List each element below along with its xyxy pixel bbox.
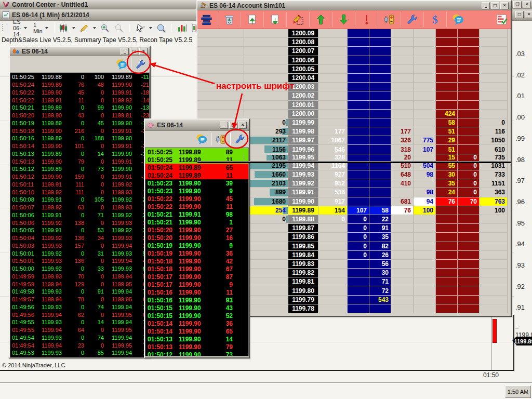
dom-cell-sz[interactable] (318, 101, 348, 110)
dom-cell-sz[interactable] (318, 38, 348, 47)
dom-cell-y1[interactable] (436, 304, 458, 313)
dom-cell-bl[interactable] (414, 215, 436, 224)
dom-cell-b1[interactable]: 0 (348, 242, 369, 251)
dom-cell-tot[interactable] (480, 260, 508, 269)
dom-cell-rd[interactable] (391, 269, 414, 277)
dom-cell-sz[interactable] (318, 83, 348, 91)
dom-cell-p[interactable]: 1199.82 (288, 269, 318, 277)
dom-cell-bl[interactable] (414, 101, 436, 110)
dom-cell-y2[interactable] (458, 224, 480, 233)
dom-cell-b1[interactable] (348, 110, 369, 118)
dom-cell-p[interactable]: 1199.97 (288, 136, 318, 145)
dom-cell-cum[interactable] (244, 110, 288, 118)
dom-cell-sz[interactable]: 1067 (318, 136, 348, 145)
dom-cell-p[interactable]: 1199.81 (288, 277, 318, 286)
dom-cell-bl[interactable] (414, 65, 436, 74)
dom-cell-b1[interactable] (348, 197, 369, 206)
dom-cell-sz[interactable] (318, 91, 348, 100)
dom-cell-cum[interactable] (244, 296, 288, 304)
dom-cell-y2[interactable] (458, 269, 480, 277)
dom-cell-y1[interactable]: 35 (436, 179, 458, 188)
dom-cell-sz[interactable] (318, 74, 348, 83)
dom-cell-sz[interactable] (318, 286, 348, 295)
dom-cell-sz[interactable] (318, 118, 348, 127)
dom-cell-b2[interactable]: 56 (369, 260, 391, 269)
dom-cell-y2[interactable] (458, 215, 480, 224)
dom-cell-p[interactable]: 1199.99 (288, 118, 318, 127)
dom-titlebar[interactable]: ES 06-14 Account Sim101 _ □ ✕ (197, 1, 511, 10)
dom-cell-cum[interactable] (244, 304, 288, 313)
dom-cell-b2[interactable]: 91 (369, 224, 391, 233)
dom-cell-y1[interactable] (436, 286, 458, 295)
dom-cell-cum[interactable]: 293 (244, 127, 288, 136)
dom-cell-m[interactable] (197, 110, 244, 118)
zoom-blue-icon[interactable] (156, 23, 166, 33)
dom-cell-m[interactable] (197, 38, 244, 47)
dom-cell-p[interactable]: 1199.80 (288, 286, 318, 295)
dom-cell-cum[interactable] (244, 277, 288, 286)
dom-cell-y2[interactable] (458, 118, 480, 127)
maximize-button[interactable]: □ (229, 122, 237, 129)
dom-cell-b1[interactable] (348, 269, 369, 277)
dom-cell-y1[interactable] (436, 83, 458, 91)
dom-cell-b1[interactable] (348, 286, 369, 295)
dom-cell-bl[interactable] (414, 38, 436, 47)
dom-cell-y1[interactable] (436, 101, 458, 110)
time-sales-titlebar[interactable]: ES 06-14 _ □ ✕ (10, 47, 150, 56)
dom-cell-b1[interactable] (348, 145, 369, 154)
dom-cell-m[interactable] (197, 29, 244, 38)
dom-cell-rd[interactable] (391, 251, 414, 260)
dom-cell-b2[interactable] (369, 154, 391, 162)
dom-cell-b1[interactable] (348, 179, 369, 188)
dom-cell-p[interactable]: 1200.00 (288, 110, 318, 118)
dom-cell-cum[interactable] (244, 65, 288, 74)
dom-cell-cum[interactable] (244, 56, 288, 65)
dom-cell-p[interactable]: 1199.93 (288, 170, 318, 179)
dom-cell-p[interactable]: 1199.84 (288, 251, 318, 260)
dom-cell-tot[interactable] (480, 269, 508, 277)
dom-cell-rd[interactable]: 681 (391, 197, 414, 206)
dom-cell-y1[interactable] (436, 296, 458, 304)
dom-cell-m[interactable] (197, 47, 244, 56)
alert-icon[interactable] (361, 14, 373, 25)
dom-cell-sz[interactable]: 154 (318, 206, 348, 215)
dom-cell-rd[interactable] (391, 47, 414, 56)
checklist-icon[interactable] (496, 14, 508, 25)
dom-cell-y1[interactable]: 15 (436, 154, 458, 162)
dom-cell-bl[interactable]: 98 (414, 188, 436, 197)
dom-cell-bl[interactable] (414, 269, 436, 277)
dom-cell-b2[interactable] (369, 145, 391, 154)
dom-cell-p[interactable]: 1199.86 (288, 233, 318, 242)
dom-cell-b2[interactable] (369, 197, 391, 206)
dom-cell-y1[interactable]: 30 (436, 170, 458, 179)
dom-cell-y2[interactable] (458, 127, 480, 136)
dom-cell-sz[interactable] (318, 56, 348, 65)
dom-cell-b2[interactable]: 22 (369, 215, 391, 224)
dom-cell-rd[interactable]: 410 (391, 179, 414, 188)
dom-cell-b1[interactable] (348, 83, 369, 91)
dom-cell-y2[interactable]: 70 (458, 197, 480, 206)
dom-cell-b1[interactable] (348, 277, 369, 286)
dom-cell-p[interactable]: 1199.79 (288, 296, 318, 304)
dom-cell-rd[interactable]: 76 (391, 206, 414, 215)
dom-cell-cum[interactable]: 0 (244, 215, 288, 224)
dom-cell-b2[interactable] (369, 38, 391, 47)
dom-cell-y1[interactable] (436, 91, 458, 100)
dom-cell-rd[interactable] (391, 233, 414, 242)
zoom-plus-icon[interactable] (100, 23, 110, 33)
dom-cell-bl[interactable]: 775 (414, 136, 436, 145)
dom-cell-b1[interactable] (348, 91, 369, 100)
dom-cell-b1[interactable] (348, 136, 369, 145)
dom-cell-b2[interactable]: 71 (369, 277, 391, 286)
dom-cell-b1[interactable] (348, 260, 369, 269)
dom-cell-bl[interactable]: 100 (414, 206, 436, 215)
dom-cell-p[interactable]: 1199.87 (288, 224, 318, 233)
dom-cell-tot[interactable] (480, 286, 508, 295)
dom-cell-m[interactable] (197, 101, 244, 110)
close-button[interactable]: ✕ (525, 11, 532, 18)
dom-cell-b2[interactable]: 543 (369, 296, 391, 304)
dom-cell-y2[interactable] (458, 83, 480, 91)
brush-icon[interactable] (292, 14, 304, 25)
dom-cell-sz[interactable]: 0 (318, 215, 348, 224)
dom-cell-rd[interactable] (391, 296, 414, 304)
